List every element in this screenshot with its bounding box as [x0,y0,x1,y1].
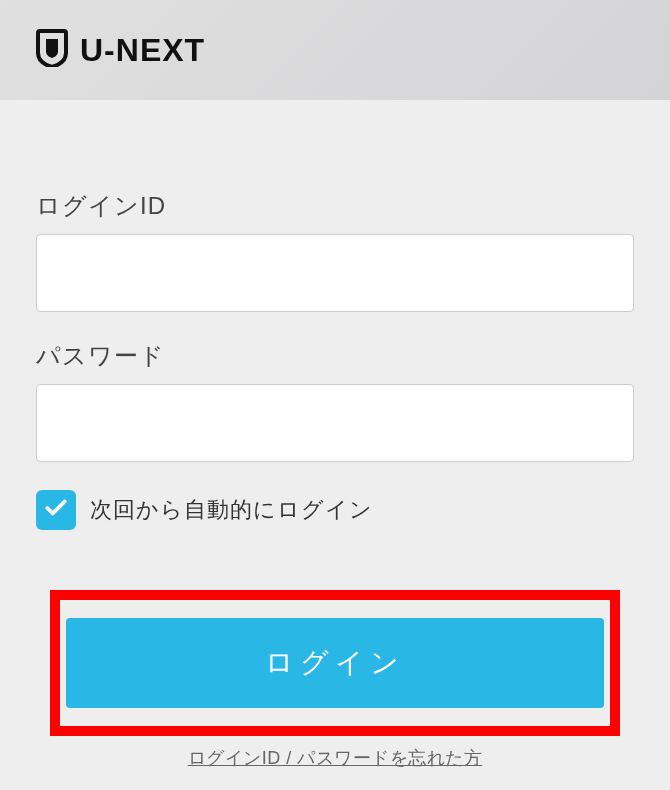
shield-icon [36,29,68,71]
password-group: パスワード [36,340,634,462]
forgot-credentials-link[interactable]: ログインID / パスワードを忘れた方 [36,746,634,770]
login-form: ログインID パスワード 次回から自動的にログイン ログイン ログインID / … [0,100,670,770]
login-button-highlight: ログイン [50,590,620,736]
auto-login-row: 次回から自動的にログイン [36,490,634,530]
auto-login-checkbox[interactable] [36,490,76,530]
password-label: パスワード [36,340,634,372]
brand-logo: U-NEXT [36,29,205,71]
login-id-group: ログインID [36,190,634,312]
brand-name: U-NEXT [80,32,205,69]
login-id-input[interactable] [36,234,634,312]
login-button[interactable]: ログイン [66,618,604,708]
password-input[interactable] [36,384,634,462]
login-id-label: ログインID [36,190,634,222]
app-header: U-NEXT [0,0,670,100]
auto-login-label: 次回から自動的にログイン [90,495,373,525]
check-icon [43,495,69,525]
